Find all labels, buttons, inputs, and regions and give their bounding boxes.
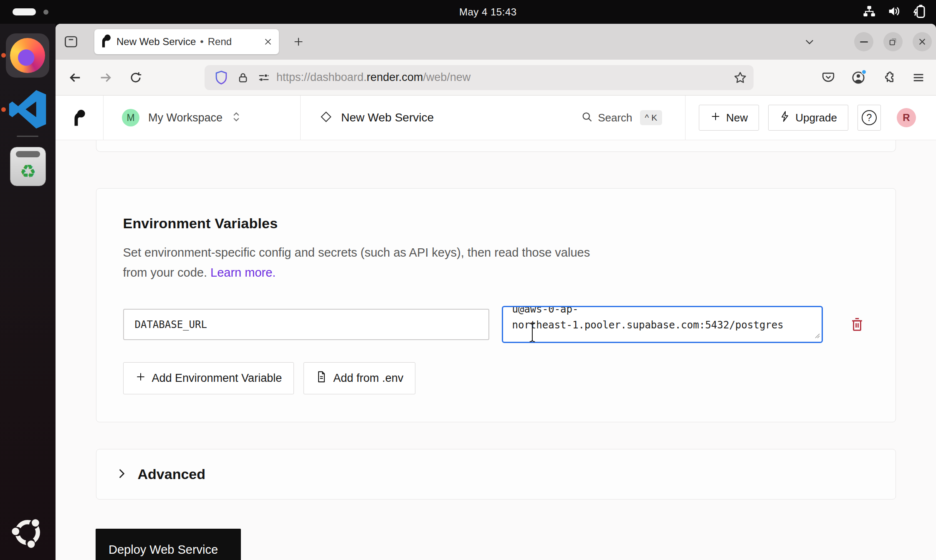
tab-close-button[interactable] bbox=[261, 35, 275, 48]
new-button[interactable]: New bbox=[699, 105, 759, 131]
network-icon bbox=[863, 5, 876, 20]
search-shortcut-badge: ^ K bbox=[640, 110, 663, 125]
app-header: M My Workspace New Web Service bbox=[56, 96, 936, 140]
search-button[interactable]: Search ^ K bbox=[581, 110, 662, 125]
extensions-icon[interactable] bbox=[879, 68, 898, 87]
env-value-text: u@aws-0-ap- northeast-1.pooler.supabase.… bbox=[512, 306, 822, 333]
forward-button[interactable] bbox=[96, 68, 115, 87]
workspace-avatar: M bbox=[122, 109, 139, 126]
search-label: Search bbox=[598, 111, 632, 124]
render-favicon bbox=[101, 34, 111, 49]
learn-more-link[interactable]: Learn more. bbox=[210, 266, 276, 279]
environment-variables-card: Environment Variables Set environment-sp… bbox=[96, 188, 896, 422]
scroll-content: Environment Variables Set environment-sp… bbox=[56, 140, 936, 560]
help-button[interactable]: ? bbox=[858, 105, 881, 131]
env-variable-row: DATABASE_URL u@aws-0-ap- northeast-1.poo… bbox=[123, 306, 869, 343]
lightning-icon bbox=[779, 111, 790, 125]
dock-separator bbox=[17, 136, 38, 137]
advanced-title: Advanced bbox=[138, 466, 206, 482]
env-key-input[interactable]: DATABASE_URL bbox=[123, 309, 489, 340]
dock-item-firefox[interactable] bbox=[6, 33, 49, 78]
vscode-running-dot bbox=[1, 107, 6, 112]
chevron-right-icon bbox=[116, 467, 127, 482]
diamond-icon bbox=[320, 111, 332, 124]
pocket-icon[interactable] bbox=[819, 68, 837, 87]
trash-icon bbox=[850, 317, 864, 333]
firefox-running-dot bbox=[1, 53, 6, 58]
render-dashboard-page: M My Workspace New Web Service bbox=[56, 96, 936, 560]
delete-variable-button[interactable] bbox=[847, 315, 867, 335]
add-environment-variable-button[interactable]: Add Environment Variable bbox=[123, 362, 294, 394]
advanced-section-toggle[interactable]: Advanced bbox=[96, 449, 896, 499]
active-tab[interactable]: New Web Service•Rend bbox=[94, 29, 279, 54]
minimize-button[interactable] bbox=[854, 32, 873, 51]
volume-icon bbox=[887, 4, 901, 20]
screen: May 4 15:43 ♻ bbox=[0, 0, 936, 560]
show-apps-button[interactable] bbox=[11, 516, 44, 550]
close-window-button[interactable] bbox=[913, 32, 932, 51]
search-icon bbox=[581, 111, 593, 124]
permissions-icon[interactable] bbox=[255, 68, 273, 87]
chevron-up-down-icon bbox=[232, 111, 241, 124]
account-notification-dot bbox=[861, 69, 867, 75]
browser-toolbar: https://dashboard.render.com/web/new bbox=[56, 60, 936, 96]
firefox-window: New Web Service•Rend bbox=[56, 24, 936, 560]
mouse-ibeam-cursor bbox=[527, 323, 538, 344]
new-tab-button[interactable] bbox=[289, 33, 308, 51]
upgrade-button[interactable]: Upgrade bbox=[768, 105, 848, 131]
ubuntu-dock: ♻ bbox=[0, 24, 56, 560]
deploy-web-service-button[interactable]: Deploy Web Service bbox=[96, 529, 241, 560]
url-text: https://dashboard.render.com/web/new bbox=[276, 71, 471, 84]
env-card-title: Environment Variables bbox=[123, 215, 869, 232]
user-avatar[interactable]: R bbox=[897, 108, 916, 127]
plus-icon bbox=[710, 111, 721, 125]
lock-icon[interactable] bbox=[234, 68, 252, 87]
plus-icon bbox=[135, 371, 146, 385]
firefox-view-button[interactable] bbox=[62, 33, 80, 51]
reload-button[interactable] bbox=[126, 68, 145, 87]
question-mark-icon: ? bbox=[862, 110, 877, 125]
url-bar[interactable]: https://dashboard.render.com/web/new bbox=[205, 65, 754, 90]
env-value-textarea[interactable]: u@aws-0-ap- northeast-1.pooler.supabase.… bbox=[502, 306, 823, 343]
maximize-button[interactable] bbox=[883, 32, 903, 51]
previous-card-bottom-edge bbox=[96, 140, 896, 152]
system-clock: May 4 15:43 bbox=[459, 0, 517, 24]
document-icon bbox=[316, 371, 327, 386]
recycle-icon: ♻ bbox=[20, 161, 36, 182]
ubuntu-logo-icon bbox=[11, 516, 44, 549]
bookmark-star-icon[interactable] bbox=[731, 68, 749, 87]
system-top-bar: May 4 15:43 bbox=[0, 0, 936, 24]
textarea-resize-handle[interactable] bbox=[812, 331, 821, 341]
workspace-name: My Workspace bbox=[148, 111, 223, 124]
tracking-shield-icon[interactable] bbox=[212, 68, 230, 87]
tab-strip: New Web Service•Rend bbox=[56, 24, 936, 60]
menu-hamburger-icon[interactable] bbox=[909, 68, 928, 87]
vscode-icon bbox=[8, 90, 48, 131]
tab-list-chevron-button[interactable] bbox=[800, 33, 819, 51]
trash-lid-slot bbox=[16, 151, 40, 157]
render-logo[interactable] bbox=[56, 96, 104, 140]
page-title: New Web Service bbox=[341, 111, 434, 124]
env-card-description: Set environment-specific config and secr… bbox=[123, 242, 591, 283]
header-divider bbox=[685, 96, 686, 140]
dock-item-trash[interactable]: ♻ bbox=[10, 147, 46, 186]
dock-item-vscode[interactable] bbox=[8, 90, 48, 131]
add-from-env-button[interactable]: Add from .env bbox=[304, 362, 415, 394]
back-button[interactable] bbox=[66, 68, 84, 87]
account-icon[interactable] bbox=[849, 68, 868, 87]
page-title-group: New Web Service bbox=[301, 111, 434, 124]
workspace-pill-indicator bbox=[13, 8, 36, 15]
firefox-icon bbox=[10, 38, 45, 73]
tab-title-fade bbox=[231, 31, 261, 53]
workspace-switcher[interactable]: M My Workspace bbox=[104, 96, 301, 140]
battery-charging-icon bbox=[912, 4, 927, 20]
workspace-dot-indicator bbox=[43, 10, 48, 15]
